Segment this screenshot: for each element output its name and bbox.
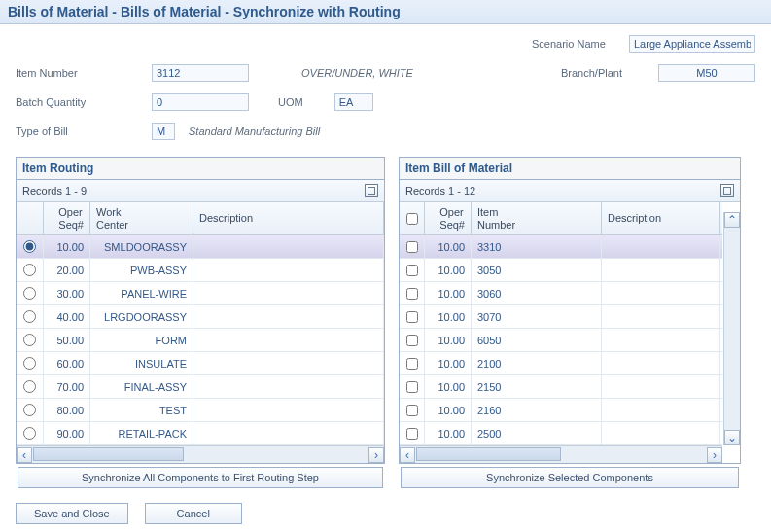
- scroll-down-icon[interactable]: ⌄: [724, 430, 740, 445]
- row-checkbox[interactable]: [406, 335, 418, 346]
- routing-panel-title: Item Routing: [17, 158, 384, 180]
- item-bom-panel: Item Bill of Material Records 1 - 12 Ope…: [399, 157, 741, 491]
- desc-cell: [602, 305, 720, 328]
- row-radio[interactable]: [23, 334, 36, 346]
- type-bill-desc: Standard Manufacturing Bill: [189, 125, 320, 137]
- scenario-value[interactable]: [629, 35, 755, 53]
- scroll-right-icon[interactable]: ›: [707, 447, 722, 463]
- scroll-up-icon[interactable]: ⌃: [724, 212, 740, 228]
- type-bill-input[interactable]: [152, 123, 175, 140]
- row-radio[interactable]: [23, 240, 36, 253]
- item-number-cell: 3060: [472, 282, 602, 304]
- row-radio[interactable]: [23, 287, 36, 300]
- bom-row[interactable]: 10.002100: [400, 352, 722, 375]
- maximize-icon[interactable]: [720, 184, 734, 197]
- routing-row[interactable]: 90.00RETAIL-PACK: [17, 422, 384, 445]
- select-all-cell[interactable]: [400, 202, 425, 234]
- desc-cell: [193, 399, 384, 421]
- routing-row[interactable]: 70.00FINAL-ASSY: [17, 375, 384, 399]
- row-checkbox[interactable]: [406, 381, 418, 393]
- sync-all-button[interactable]: Synchronize All Components to First Rout…: [18, 467, 383, 488]
- bom-hscroll[interactable]: ‹ ›: [400, 445, 722, 463]
- row-checkbox[interactable]: [406, 358, 418, 370]
- item-number-cell: 2150: [472, 375, 602, 398]
- work-center-cell: SMLDOORASSY: [90, 235, 193, 258]
- oper-seq-cell: 20.00: [44, 259, 90, 281]
- work-center-cell: RETAIL-PACK: [90, 422, 193, 444]
- desc-cell: [602, 235, 720, 258]
- bom-row[interactable]: 10.003070: [400, 305, 722, 329]
- save-close-button[interactable]: Save and Close: [16, 503, 128, 524]
- uom-input[interactable]: [334, 93, 373, 111]
- routing-row[interactable]: 20.00PWB-ASSY: [17, 259, 384, 282]
- sync-selected-button[interactable]: Synchronize Selected Components: [401, 467, 739, 488]
- desc-cell: [602, 352, 720, 374]
- item-number-cell: 2500: [472, 422, 602, 444]
- row-radio[interactable]: [23, 310, 36, 323]
- row-checkbox[interactable]: [406, 241, 418, 253]
- col-item-number[interactable]: Item Number: [472, 202, 602, 234]
- item-number-input[interactable]: [152, 64, 249, 82]
- routing-row[interactable]: 50.00FORM: [17, 329, 384, 352]
- oper-seq-cell: 40.00: [44, 305, 90, 328]
- oper-seq-cell: 10.00: [425, 305, 472, 328]
- bom-row[interactable]: 10.002150: [400, 375, 722, 399]
- col-oper-seq[interactable]: Oper Seq#: [44, 202, 90, 234]
- item-number-cell: 3070: [472, 305, 602, 328]
- oper-seq-cell: 90.00: [44, 422, 90, 444]
- bom-row[interactable]: 10.003050: [400, 259, 722, 282]
- header-area: Scenario Name Item Number OVER/UNDER, WH…: [0, 24, 771, 157]
- scroll-left-icon[interactable]: ‹: [17, 447, 32, 463]
- oper-seq-cell: 70.00: [44, 375, 90, 398]
- scroll-right-icon[interactable]: ›: [368, 447, 384, 463]
- bom-row[interactable]: 10.003310: [400, 235, 722, 259]
- routing-row[interactable]: 60.00INSULATE: [17, 352, 384, 375]
- row-checkbox[interactable]: [406, 288, 418, 300]
- desc-cell: [193, 282, 384, 304]
- work-center-cell: INSULATE: [90, 352, 193, 374]
- routing-row[interactable]: 80.00TEST: [17, 399, 384, 422]
- routing-row[interactable]: 10.00SMLDOORASSY: [17, 235, 384, 259]
- row-radio[interactable]: [23, 404, 36, 416]
- oper-seq-cell: 60.00: [44, 352, 90, 374]
- routing-hscroll[interactable]: ‹ ›: [17, 445, 384, 463]
- row-radio[interactable]: [23, 380, 36, 393]
- branch-input[interactable]: [658, 64, 755, 82]
- col-description[interactable]: Description: [602, 202, 720, 234]
- bom-vscroll[interactable]: ⌃ ⌄: [723, 212, 740, 445]
- desc-cell: [602, 422, 720, 444]
- row-radio[interactable]: [23, 427, 36, 440]
- bom-row[interactable]: 10.003060: [400, 282, 722, 305]
- row-checkbox[interactable]: [406, 265, 418, 276]
- desc-cell: [602, 399, 720, 421]
- scroll-left-icon[interactable]: ‹: [400, 447, 415, 463]
- work-center-cell: LRGDOORASSY: [90, 305, 193, 328]
- desc-cell: [193, 329, 384, 351]
- item-number-cell: 2100: [472, 352, 602, 374]
- bom-row[interactable]: 10.002160: [400, 399, 722, 422]
- bom-row[interactable]: 10.006050: [400, 329, 722, 352]
- select-all-checkbox[interactable]: [406, 213, 418, 225]
- col-work-center[interactable]: Work Center: [90, 202, 193, 234]
- routing-row[interactable]: 40.00LRGDOORASSY: [17, 305, 384, 329]
- row-checkbox[interactable]: [406, 428, 418, 440]
- routing-row[interactable]: 30.00PANEL-WIRE: [17, 282, 384, 305]
- bom-row[interactable]: 10.002500: [400, 422, 722, 445]
- col-description[interactable]: Description: [193, 202, 384, 234]
- maximize-icon[interactable]: [365, 184, 378, 197]
- oper-seq-cell: 10.00: [425, 329, 472, 351]
- desc-cell: [193, 352, 384, 374]
- row-checkbox[interactable]: [406, 311, 418, 323]
- cancel-button[interactable]: Cancel: [145, 503, 242, 524]
- col-oper-seq[interactable]: Oper Seq#: [425, 202, 472, 234]
- work-center-cell: FINAL-ASSY: [90, 375, 193, 398]
- oper-seq-cell: 10.00: [44, 235, 90, 258]
- type-bill-label: Type of Bill: [16, 125, 152, 137]
- row-checkbox[interactable]: [406, 405, 418, 416]
- bom-records-text: Records 1 - 12: [405, 185, 475, 196]
- row-radio[interactable]: [23, 264, 36, 276]
- routing-records-text: Records 1 - 9: [22, 185, 87, 196]
- row-radio[interactable]: [23, 357, 36, 370]
- desc-cell: [193, 375, 384, 398]
- batch-qty-input[interactable]: [152, 93, 249, 111]
